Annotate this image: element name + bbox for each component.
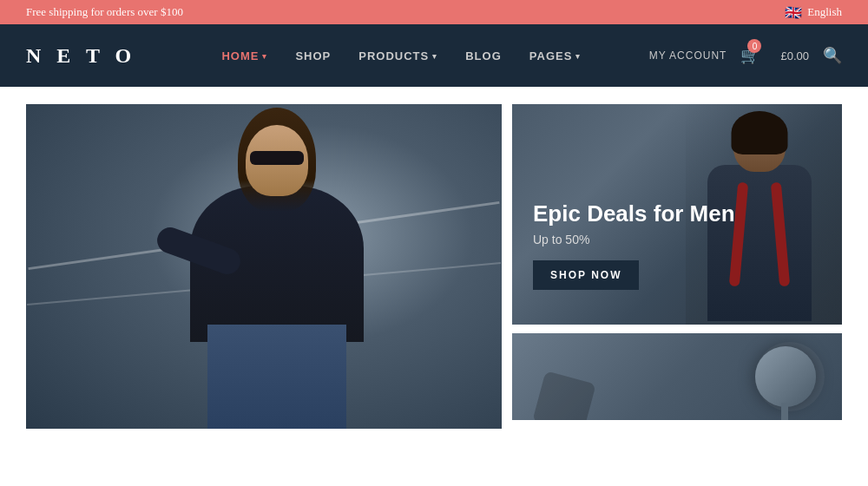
nav-label-shop: SHOP [295,49,331,62]
figure-jeans [207,325,346,429]
deals-subtitle: Up to 50% [533,233,735,246]
language-selector[interactable]: 🇬🇧 English [785,5,842,19]
hero-image [26,104,502,429]
bottom-card-bg [512,333,842,420]
nav-label-home: HOME [221,49,259,62]
bottom-card-object [729,338,816,420]
chevron-down-icon: ▾ [262,52,267,61]
mirror-stand [781,403,788,420]
logo[interactable]: N E T O [26,44,136,68]
nav-right: MY ACCOUNT 🛒 0 £0.00 🔍 [649,46,842,65]
man-hair [732,111,788,154]
deals-card-content: Epic Deals for Men Up to 50% SHOP NOW [533,200,735,290]
deals-card: Epic Deals for Men Up to 50% SHOP NOW [512,104,842,325]
hero-figure [147,108,407,429]
chevron-down-icon: ▾ [432,52,437,61]
nav-item-shop[interactable]: SHOP [281,49,345,62]
nav-label-products: PRODUCTS [358,49,429,62]
content-area: Epic Deals for Men Up to 50% SHOP NOW [0,104,868,429]
nav-label-pages: PAGES [529,49,573,62]
nav-item-pages[interactable]: PAGES ▾ [516,49,595,62]
nav-label-blog: BLOG [465,49,502,62]
language-label: English [807,5,842,19]
my-account-link[interactable]: MY ACCOUNT [649,49,727,62]
backpack-strap-right [771,182,790,287]
header: N E T O HOME ▾ SHOP PRODUCTS ▾ BLOG PAGE… [0,24,868,87]
flag-icon: 🇬🇧 [785,6,802,18]
hero-bg [26,104,502,429]
cart-price: £0.00 [780,49,809,62]
search-icon[interactable]: 🔍 [823,46,842,65]
sunglasses [250,151,304,165]
cart-button[interactable]: 🛒 0 £0.00 [740,46,809,65]
deals-title: Epic Deals for Men [533,200,735,227]
bottom-card [512,333,842,420]
nav-item-blog[interactable]: BLOG [451,49,516,62]
chevron-down-icon: ▾ [575,52,581,61]
shop-now-button[interactable]: SHOP NOW [533,260,639,290]
top-bar: Free shipping for orders over $100 🇬🇧 En… [0,0,868,24]
right-column: Epic Deals for Men Up to 50% SHOP NOW [512,104,842,429]
bottom-card-shape-2 [532,371,595,420]
nav-item-home[interactable]: HOME ▾ [207,49,281,62]
nav-item-products[interactable]: PRODUCTS ▾ [345,49,451,62]
spacer [0,87,868,104]
mirror-shape [755,346,816,407]
main-nav: HOME ▾ SHOP PRODUCTS ▾ BLOG PAGES ▾ [171,49,632,62]
figure-face [246,125,308,196]
promo-text: Free shipping for orders over $100 [26,5,183,19]
